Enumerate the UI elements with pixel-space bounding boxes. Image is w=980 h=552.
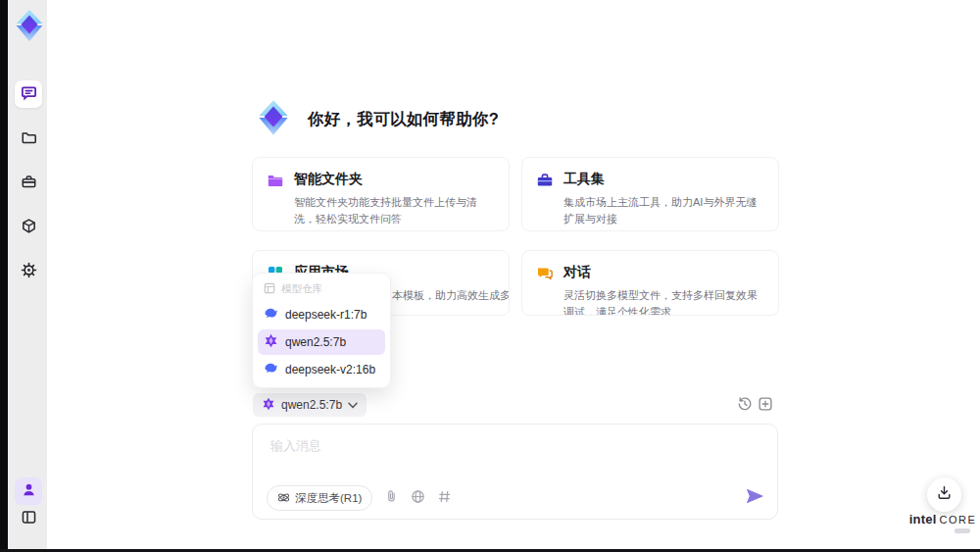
- model-selector-value: qwen2.5:7b: [281, 398, 342, 412]
- model-selector-button[interactable]: qwen2.5:7b: [253, 393, 367, 417]
- new-chat-button[interactable]: [758, 396, 773, 412]
- left-edge-strip: [0, 0, 8, 552]
- intel-core-sub-badge: [955, 528, 970, 533]
- model-option-deepseek-r1[interactable]: deepseek-r1:7b: [258, 302, 385, 327]
- greeting-title: 你好，我可以如何帮助你?: [308, 109, 499, 130]
- card-title: 工具集: [564, 171, 764, 188]
- model-option-deepseek-v2[interactable]: deepseek-v2:16b: [258, 357, 385, 382]
- chat-icon: [21, 84, 37, 105]
- deepseek-whale-icon: [264, 306, 278, 324]
- deep-think-toggle[interactable]: 深度思考(R1): [267, 485, 372, 511]
- prompt-library-button[interactable]: [436, 490, 452, 506]
- briefcase-icon: [21, 174, 37, 194]
- user-icon: [21, 481, 37, 502]
- greeting-logo-icon: [253, 97, 294, 142]
- model-dropdown-header: 模型仓库: [258, 278, 385, 300]
- model-dropdown: 模型仓库 deepseek-r1:7b qwen2.5:7b deepseek-…: [253, 274, 390, 387]
- intel-core-badge: intel CORE: [909, 512, 976, 533]
- card-desc: 灵活切换多模型文件，支持多样回复效果调试，满足个性化需求: [564, 287, 764, 316]
- chat-bubble-icon: [536, 264, 554, 316]
- card-smart-folder[interactable]: 智能文件夹 智能文件夹功能支持批量文件上传与清洗，轻松实现文件问答: [252, 157, 510, 231]
- history-button[interactable]: [737, 396, 753, 412]
- qwen-icon: [262, 397, 275, 414]
- card-dialogue[interactable]: 对话 灵活切换多模型文件，支持多样回复效果调试，满足个性化需求: [521, 250, 779, 316]
- model-dropdown-header-label: 模型仓库: [281, 282, 322, 296]
- repository-icon: [264, 282, 275, 296]
- core-wordmark: CORE: [939, 514, 976, 526]
- card-desc: 智能文件夹功能支持批量文件上传与清洗，轻松实现文件问答: [294, 194, 495, 226]
- cube-icon: [21, 218, 37, 238]
- send-icon: [745, 486, 764, 510]
- intel-wordmark: intel: [909, 512, 937, 527]
- download-button[interactable]: [927, 477, 961, 512]
- message-composer: 深度思考(R1): [252, 424, 778, 520]
- sidebar: [8, 0, 47, 549]
- card-title: 对话: [564, 264, 764, 281]
- download-icon: [936, 484, 953, 505]
- gear-icon: [21, 262, 37, 282]
- card-toolset[interactable]: 工具集 集成市场上主流工具，助力AI与外界无缝扩展与对接: [521, 157, 779, 231]
- smart-folder-icon: [267, 171, 284, 226]
- sidebar-item-chat[interactable]: [15, 80, 42, 108]
- model-option-label: qwen2.5:7b: [285, 335, 346, 349]
- new-chat-icon: [758, 398, 773, 415]
- sidebar-item-models[interactable]: [15, 214, 42, 241]
- message-input[interactable]: [269, 435, 753, 480]
- sidebar-item-toolbox[interactable]: [15, 170, 42, 197]
- app-logo: [11, 7, 48, 44]
- sidebar-item-folders[interactable]: [15, 125, 42, 153]
- toolbox-icon: [536, 171, 554, 226]
- send-button[interactable]: [744, 487, 765, 509]
- app-window: 你好，我可以如何帮助你? 智能文件夹 智能文件夹功能支持批量文件上传与清洗，轻松…: [0, 0, 980, 552]
- card-title: 智能文件夹: [294, 171, 495, 188]
- sidebar-item-user[interactable]: [15, 477, 42, 505]
- grid-hash-icon: [437, 489, 452, 508]
- card-desc: 集成市场上主流工具，助力AI与外界无缝扩展与对接: [564, 194, 764, 226]
- model-option-label: deepseek-r1:7b: [285, 308, 367, 322]
- folder-icon: [21, 129, 37, 150]
- panel-toggle-icon: [21, 509, 37, 529]
- greeting: 你好，我可以如何帮助你?: [253, 97, 499, 142]
- deepseek-whale-icon: [264, 361, 278, 378]
- history-icon: [737, 398, 753, 415]
- composer-toolbar: 深度思考(R1): [267, 486, 765, 510]
- sidebar-item-panel-toggle[interactable]: [15, 505, 42, 532]
- model-option-label: deepseek-v2:16b: [285, 363, 375, 376]
- paperclip-icon: [384, 489, 398, 507]
- sidebar-item-settings[interactable]: [15, 258, 42, 285]
- chevron-down-icon: [348, 398, 358, 412]
- web-search-button[interactable]: [410, 490, 425, 506]
- attach-button[interactable]: [383, 490, 399, 506]
- globe-icon: [411, 489, 425, 508]
- deep-think-label: 深度思考(R1): [295, 491, 362, 506]
- atom-icon: [277, 491, 290, 506]
- model-option-qwen[interactable]: qwen2.5:7b: [258, 329, 385, 355]
- qwen-icon: [264, 333, 278, 351]
